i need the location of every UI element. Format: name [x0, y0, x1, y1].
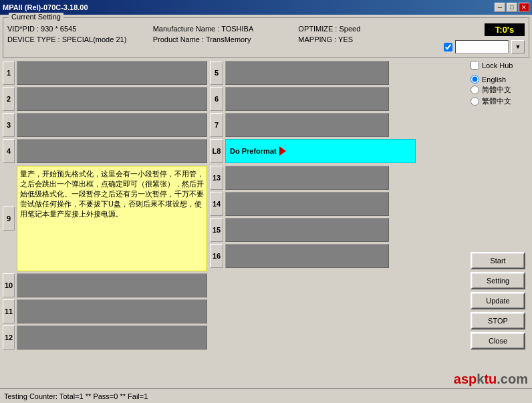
radio-simplified: 简體中文 [471, 85, 529, 95]
maximize-button[interactable]: □ [507, 3, 517, 12]
mp-ini-dropdown[interactable]: ▼ [511, 40, 525, 53]
slot-num-13: 13 [210, 166, 223, 190]
info-col-left: VID*PID : 930 * 6545 DEVICE TYPE : SPECI… [7, 23, 153, 45]
info-col-mid: Manufacture Name : TOSHIBA Product Name … [153, 23, 299, 45]
slot-num-7: 7 [210, 113, 223, 137]
vid-pid-label: VID*PID : 930 * 6545 [7, 23, 153, 34]
slot-box-7[interactable] [225, 113, 389, 137]
slot-box-l8[interactable]: Do Preformat [225, 139, 416, 163]
timer-display: T:0's [485, 23, 525, 36]
slot-row-10: 10 [3, 273, 207, 297]
lock-hub-row: Lock Hub [471, 61, 529, 70]
start-button[interactable]: Start [471, 252, 525, 269]
slot-row-5: 5 [210, 61, 416, 85]
slot-row-1: 1 [3, 61, 207, 85]
slot-num-6: 6 [210, 87, 223, 111]
optimize-label: OPTIMIZE : Speed [298, 23, 444, 34]
right-slots-bottom: 13 14 15 16 [210, 166, 389, 350]
current-setting-group: Current Setting VID*PID : 930 * 6545 DEV… [3, 17, 529, 58]
lock-hub-label: Lock Hub [482, 61, 513, 70]
slot-row-4: 4 [3, 139, 207, 163]
radio-english-input[interactable] [471, 75, 479, 84]
device-type-label: DEVICE TYPE : SPECIAL(mode 21) [7, 34, 153, 45]
slot-num-10: 10 [3, 273, 15, 297]
tooltip-text: 量产，开始预先格式化，这里会有一小段暂停，不用管，之后会跳出一个弹出框，点确定即… [20, 170, 204, 218]
slot-num-14: 14 [210, 192, 223, 216]
slot-box-3[interactable] [17, 113, 207, 137]
slots-main: 1 2 3 4 [3, 61, 468, 350]
slot-box-11[interactable] [17, 299, 207, 323]
arrow-indicator [279, 146, 290, 156]
slot-row-12: 12 [3, 325, 207, 350]
current-setting-legend: Current Setting [9, 13, 63, 21]
status-text: Testing Counter: Total=1 ** Pass=0 ** Fa… [4, 392, 148, 400]
slot-row-14: 14 [210, 192, 389, 216]
slot-row-7: 7 [210, 113, 416, 137]
slot-num-3: 3 [3, 113, 15, 137]
body-area: 1 2 3 4 [3, 61, 529, 350]
slot-num-2: 2 [3, 87, 15, 111]
left-slots-bottom: 9 量产，开始预先格式化，这里会有一小段暂停，不用管，之后会跳出一个弹出框，点确… [3, 166, 207, 350]
info-col-right: OPTIMIZE : Speed MAPPING : YES [298, 23, 444, 45]
slot-row-3: 3 [3, 113, 207, 137]
mp-ini-checkbox[interactable] [444, 43, 452, 51]
btn-panel: Start Setting Update STOP Close [471, 252, 529, 350]
slot-box-6[interactable] [225, 87, 389, 111]
slot-box-10[interactable] [17, 273, 207, 297]
left-slots-top: 1 2 3 4 [3, 61, 207, 163]
slot-num-5: 5 [210, 61, 223, 85]
update-button[interactable]: Update [471, 292, 525, 309]
title-bar-text: MPAll (Rel)-070C-3.18.00 [3, 3, 88, 11]
mp-ini-input[interactable]: MP.ini [455, 40, 509, 53]
slot-box-16[interactable] [225, 244, 389, 268]
slot-num-12: 12 [3, 325, 15, 350]
mp-ini-row: MP.ini ▼ [444, 40, 525, 53]
slot-num-11: 11 [3, 299, 15, 323]
slot-box-1[interactable] [17, 61, 207, 85]
slot-num-1: 1 [3, 61, 15, 85]
info-row: VID*PID : 930 * 6545 DEVICE TYPE : SPECI… [7, 23, 525, 53]
main-content: Current Setting VID*PID : 930 * 6545 DEV… [0, 15, 532, 403]
close-panel-button[interactable]: Close [471, 332, 525, 350]
slot-box-4[interactable] [17, 139, 207, 163]
slot-row-13: 13 [210, 166, 389, 190]
minimize-button[interactable]: ─ [495, 3, 505, 12]
slot-num-9: 9 [3, 207, 15, 231]
radio-traditional-input[interactable] [471, 97, 479, 106]
slot-box-9-tooltip: 量产，开始预先格式化，这里会有一小段暂停，不用管，之后会跳出一个弹出框，点确定即… [17, 166, 207, 271]
slot-box-5[interactable] [225, 61, 389, 85]
lock-hub-checkbox[interactable] [471, 61, 479, 70]
slot-row-15: 15 [210, 218, 389, 242]
slot-row-l8: L8 Do Preformat [210, 139, 416, 163]
slot-box-15[interactable] [225, 218, 389, 242]
radio-traditional: 繁體中文 [471, 96, 529, 106]
radio-english-label: English [482, 76, 506, 84]
stop-button[interactable]: STOP [471, 312, 525, 329]
radio-simplified-label: 简體中文 [482, 85, 511, 95]
slot-box-12[interactable] [17, 325, 207, 350]
setting-button[interactable]: Setting [471, 272, 525, 289]
mapping-label: MAPPING : YES [298, 34, 444, 45]
slot-num-4: 4 [3, 139, 15, 163]
status-bar: Testing Counter: Total=1 ** Pass=0 ** Fa… [0, 388, 532, 403]
manufacture-label: Manufacture Name : TOSHIBA [153, 23, 299, 34]
title-bar-controls: ─ □ ✕ [495, 3, 529, 12]
title-bar: MPAll (Rel)-070C-3.18.00 ─ □ ✕ [0, 0, 532, 15]
slot-row-9: 9 量产，开始预先格式化，这里会有一小段暂停，不用管，之后会跳出一个弹出框，点确… [3, 166, 207, 271]
slot-row-16: 16 [210, 244, 389, 268]
radio-english: English [471, 75, 529, 84]
radio-simplified-input[interactable] [471, 86, 479, 94]
right-panel: Lock Hub English 简體中文 繁體中文 Start Settin [471, 61, 529, 350]
slot-row-2: 2 [3, 87, 207, 111]
slot-num-15: 15 [210, 218, 223, 242]
close-button[interactable]: ✕ [519, 3, 529, 12]
do-preformat-label: Do Preformat [230, 147, 277, 155]
right-slots-top: 5 6 7 L8 Do Preformat [210, 61, 416, 163]
slot-row-6: 6 [210, 87, 416, 111]
slot-box-13[interactable] [225, 166, 389, 190]
slot-box-2[interactable] [17, 87, 207, 111]
slot-row-11: 11 [3, 299, 207, 323]
product-label: Product Name : TransMemory [153, 34, 299, 45]
slot-box-14[interactable] [225, 192, 389, 216]
radio-traditional-label: 繁體中文 [482, 96, 511, 106]
